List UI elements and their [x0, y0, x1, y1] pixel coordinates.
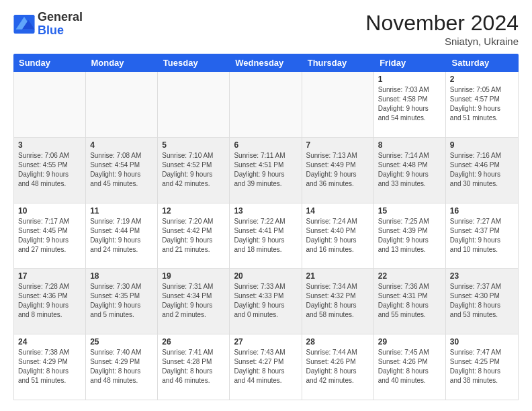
calendar-cell: 4Sunrise: 7:08 AM Sunset: 4:54 PM Daylig…	[86, 138, 158, 203]
day-info: Sunrise: 7:03 AM Sunset: 4:58 PM Dayligh…	[378, 85, 441, 123]
calendar-row-1: 1Sunrise: 7:03 AM Sunset: 4:58 PM Daylig…	[14, 72, 518, 138]
day-number: 18	[90, 271, 153, 281]
calendar-cell: 25Sunrise: 7:40 AM Sunset: 4:29 PM Dayli…	[86, 334, 158, 400]
day-info: Sunrise: 7:11 AM Sunset: 4:51 PM Dayligh…	[234, 151, 297, 189]
logo-icon	[13, 15, 35, 34]
calendar-row-4: 17Sunrise: 7:28 AM Sunset: 4:36 PM Dayli…	[14, 269, 518, 334]
day-info: Sunrise: 7:47 AM Sunset: 4:25 PM Dayligh…	[450, 348, 514, 385]
day-info: Sunrise: 7:30 AM Sunset: 4:35 PM Dayligh…	[90, 282, 153, 320]
day-number: 5	[162, 140, 225, 150]
calendar-cell: 29Sunrise: 7:45 AM Sunset: 4:26 PM Dayli…	[374, 334, 446, 400]
calendar-cell: 3Sunrise: 7:06 AM Sunset: 4:55 PM Daylig…	[14, 138, 86, 203]
logo-blue: Blue	[38, 24, 83, 38]
day-number: 23	[450, 271, 514, 281]
header-day-thursday: Thursday	[302, 54, 374, 72]
day-info: Sunrise: 7:38 AM Sunset: 4:29 PM Dayligh…	[18, 348, 81, 385]
calendar-cell: 23Sunrise: 7:37 AM Sunset: 4:30 PM Dayli…	[446, 269, 518, 334]
calendar-cell: 19Sunrise: 7:31 AM Sunset: 4:34 PM Dayli…	[158, 269, 230, 334]
calendar-cell: 10Sunrise: 7:17 AM Sunset: 4:45 PM Dayli…	[14, 203, 86, 269]
day-number: 17	[18, 271, 81, 281]
location: Sniatyn, Ukraine	[365, 36, 519, 47]
day-number: 29	[378, 337, 441, 347]
calendar-cell: 5Sunrise: 7:10 AM Sunset: 4:52 PM Daylig…	[158, 138, 230, 203]
calendar-cell: 27Sunrise: 7:43 AM Sunset: 4:27 PM Dayli…	[230, 334, 302, 400]
calendar-cell: 7Sunrise: 7:13 AM Sunset: 4:49 PM Daylig…	[302, 138, 374, 203]
day-info: Sunrise: 7:45 AM Sunset: 4:26 PM Dayligh…	[378, 348, 441, 385]
day-number: 11	[90, 206, 153, 216]
day-number: 14	[306, 206, 369, 216]
day-number: 15	[378, 206, 441, 216]
calendar-body: 1Sunrise: 7:03 AM Sunset: 4:58 PM Daylig…	[13, 72, 519, 400]
calendar-row-5: 24Sunrise: 7:38 AM Sunset: 4:29 PM Dayli…	[14, 334, 518, 400]
day-number: 22	[378, 271, 441, 281]
day-number: 7	[306, 140, 369, 150]
day-number: 20	[234, 271, 297, 281]
calendar-cell: 24Sunrise: 7:38 AM Sunset: 4:29 PM Dayli…	[14, 334, 86, 400]
day-number: 21	[306, 271, 369, 281]
calendar-header: SundayMondayTuesdayWednesdayThursdayFrid…	[13, 54, 519, 72]
calendar-cell: 17Sunrise: 7:28 AM Sunset: 4:36 PM Dayli…	[14, 269, 86, 334]
calendar-cell	[302, 72, 374, 137]
day-info: Sunrise: 7:36 AM Sunset: 4:31 PM Dayligh…	[378, 282, 441, 320]
day-info: Sunrise: 7:28 AM Sunset: 4:36 PM Dayligh…	[18, 282, 81, 320]
title-block: November 2024 Sniatyn, Ukraine	[365, 11, 519, 47]
day-number: 13	[234, 206, 297, 216]
day-info: Sunrise: 7:33 AM Sunset: 4:33 PM Dayligh…	[234, 282, 297, 320]
day-info: Sunrise: 7:08 AM Sunset: 4:54 PM Dayligh…	[90, 151, 153, 189]
day-number: 28	[306, 337, 369, 347]
day-info: Sunrise: 7:27 AM Sunset: 4:37 PM Dayligh…	[450, 217, 514, 255]
day-number: 10	[18, 206, 81, 216]
calendar-cell	[230, 72, 302, 137]
calendar: SundayMondayTuesdayWednesdayThursdayFrid…	[13, 54, 519, 400]
calendar-cell: 8Sunrise: 7:14 AM Sunset: 4:48 PM Daylig…	[374, 138, 446, 203]
calendar-cell	[86, 72, 158, 137]
calendar-cell: 15Sunrise: 7:25 AM Sunset: 4:39 PM Dayli…	[374, 203, 446, 269]
day-number: 8	[378, 140, 441, 150]
header-day-tuesday: Tuesday	[158, 54, 230, 72]
day-info: Sunrise: 7:06 AM Sunset: 4:55 PM Dayligh…	[18, 151, 81, 189]
day-info: Sunrise: 7:41 AM Sunset: 4:28 PM Dayligh…	[162, 348, 225, 385]
day-info: Sunrise: 7:16 AM Sunset: 4:46 PM Dayligh…	[450, 151, 514, 189]
calendar-cell: 9Sunrise: 7:16 AM Sunset: 4:46 PM Daylig…	[446, 138, 518, 203]
calendar-cell: 11Sunrise: 7:19 AM Sunset: 4:44 PM Dayli…	[86, 203, 158, 269]
logo: General Blue	[13, 11, 83, 38]
day-info: Sunrise: 7:34 AM Sunset: 4:32 PM Dayligh…	[306, 282, 369, 320]
header-day-saturday: Saturday	[447, 54, 519, 72]
day-info: Sunrise: 7:37 AM Sunset: 4:30 PM Dayligh…	[450, 282, 514, 320]
day-info: Sunrise: 7:44 AM Sunset: 4:26 PM Dayligh…	[306, 348, 369, 385]
calendar-cell	[14, 72, 86, 137]
day-info: Sunrise: 7:40 AM Sunset: 4:29 PM Dayligh…	[90, 348, 153, 385]
day-number: 30	[450, 337, 514, 347]
calendar-cell: 28Sunrise: 7:44 AM Sunset: 4:26 PM Dayli…	[302, 334, 374, 400]
day-info: Sunrise: 7:20 AM Sunset: 4:42 PM Dayligh…	[162, 217, 225, 255]
calendar-cell: 30Sunrise: 7:47 AM Sunset: 4:25 PM Dayli…	[446, 334, 518, 400]
header: General Blue November 2024 Sniatyn, Ukra…	[13, 11, 519, 47]
calendar-cell	[158, 72, 230, 137]
month-title: November 2024	[365, 11, 519, 36]
day-number: 25	[90, 337, 153, 347]
calendar-cell: 21Sunrise: 7:34 AM Sunset: 4:32 PM Dayli…	[302, 269, 374, 334]
calendar-cell: 22Sunrise: 7:36 AM Sunset: 4:31 PM Dayli…	[374, 269, 446, 334]
day-number: 24	[18, 337, 81, 347]
calendar-cell: 14Sunrise: 7:24 AM Sunset: 4:40 PM Dayli…	[302, 203, 374, 269]
day-number: 9	[450, 140, 514, 150]
header-day-sunday: Sunday	[13, 54, 85, 72]
day-info: Sunrise: 7:31 AM Sunset: 4:34 PM Dayligh…	[162, 282, 225, 320]
day-number: 3	[18, 140, 81, 150]
day-info: Sunrise: 7:22 AM Sunset: 4:41 PM Dayligh…	[234, 217, 297, 255]
page: General Blue November 2024 Sniatyn, Ukra…	[0, 0, 532, 411]
calendar-cell: 12Sunrise: 7:20 AM Sunset: 4:42 PM Dayli…	[158, 203, 230, 269]
day-number: 1	[378, 75, 441, 84]
calendar-cell: 2Sunrise: 7:05 AM Sunset: 4:57 PM Daylig…	[446, 72, 518, 137]
header-day-monday: Monday	[85, 54, 157, 72]
day-info: Sunrise: 7:14 AM Sunset: 4:48 PM Dayligh…	[378, 151, 441, 189]
calendar-row-3: 10Sunrise: 7:17 AM Sunset: 4:45 PM Dayli…	[14, 203, 518, 269]
day-number: 12	[162, 206, 225, 216]
day-number: 6	[234, 140, 297, 150]
day-info: Sunrise: 7:05 AM Sunset: 4:57 PM Dayligh…	[450, 85, 514, 123]
calendar-row-2: 3Sunrise: 7:06 AM Sunset: 4:55 PM Daylig…	[14, 138, 518, 203]
calendar-cell: 16Sunrise: 7:27 AM Sunset: 4:37 PM Dayli…	[446, 203, 518, 269]
day-info: Sunrise: 7:13 AM Sunset: 4:49 PM Dayligh…	[306, 151, 369, 189]
day-number: 16	[450, 206, 514, 216]
day-info: Sunrise: 7:19 AM Sunset: 4:44 PM Dayligh…	[90, 217, 153, 255]
